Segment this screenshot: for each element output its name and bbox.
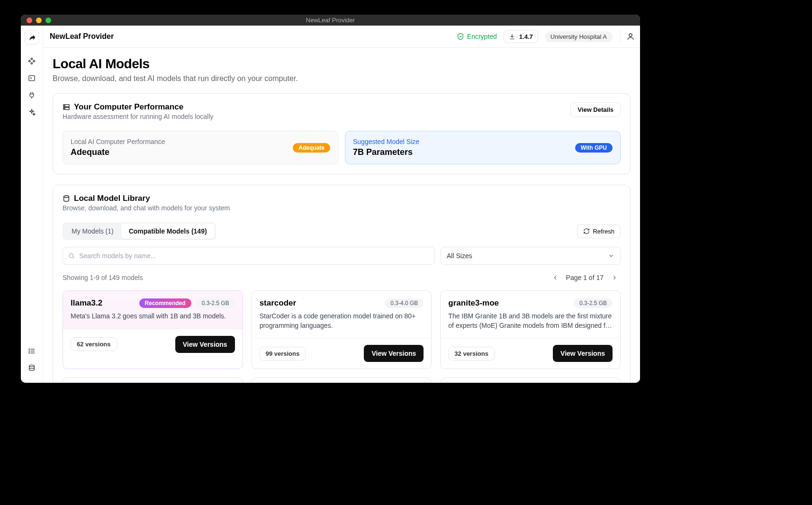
- version-text: 1.4.7: [519, 33, 533, 40]
- model-card: sailor20.5-10.0 GB: [440, 378, 621, 383]
- perf-rating-value: Adequate: [71, 147, 293, 157]
- download-icon: [509, 33, 515, 40]
- sidebar-item-grid[interactable]: [25, 54, 39, 68]
- model-card: granite3-moe0.3-2.5 GBThe IBM Granite 1B…: [440, 290, 621, 369]
- sidebar-item-terminal[interactable]: [25, 71, 39, 85]
- view-versions-button[interactable]: View Versions: [553, 345, 613, 362]
- svg-point-5: [29, 351, 29, 351]
- library-tabs: My Models (1) Compatible Models (149): [63, 222, 216, 240]
- model-card: falcon30.5-4.0 GB: [252, 378, 432, 383]
- perf-box-rating: Local AI Computer Performance Adequate A…: [63, 131, 338, 164]
- plug-icon: [28, 91, 36, 99]
- encrypted-label: Encrypted: [467, 33, 497, 40]
- model-name: starcoder: [260, 298, 296, 308]
- maximize-icon[interactable]: [45, 18, 51, 23]
- app-body: NewLeaf Provider Encrypted 1.4.7 Univers…: [21, 26, 640, 383]
- svg-point-8: [629, 34, 632, 36]
- app-logo[interactable]: [25, 30, 39, 45]
- library-subtitle: Browse, download, and chat with models f…: [63, 204, 621, 212]
- library-title: Local Model Library: [74, 194, 150, 203]
- database-icon: [28, 364, 36, 372]
- sidebar-item-database[interactable]: [25, 361, 39, 375]
- refresh-label: Refresh: [593, 228, 614, 235]
- library-card: Local Model Library Browse, download, an…: [53, 185, 631, 383]
- model-description: StarCoder is a code generation model tra…: [260, 312, 424, 330]
- size-filter-value: All Sizes: [447, 252, 472, 260]
- sidebar-item-sparkles[interactable]: [25, 105, 39, 119]
- minimize-icon[interactable]: [36, 18, 42, 23]
- window-controls: [27, 18, 51, 23]
- encrypted-indicator: Encrypted: [457, 33, 497, 40]
- recommended-badge: Recommended: [139, 298, 191, 308]
- app-title: NewLeaf Provider: [50, 32, 114, 41]
- perf-suggested-value: 7B Parameters: [353, 147, 575, 157]
- versions-chip: 32 versions: [448, 347, 495, 361]
- search-input[interactable]: [63, 247, 435, 265]
- pager-next[interactable]: [608, 271, 621, 284]
- chevron-right-icon: [611, 274, 618, 281]
- size-filter-select[interactable]: All Sizes: [441, 247, 621, 265]
- grid-icon: [28, 57, 36, 65]
- svg-point-4: [29, 349, 29, 349]
- version-chip[interactable]: 1.4.7: [504, 30, 538, 43]
- library-icon: [63, 195, 70, 202]
- chevron-left-icon: [552, 274, 559, 281]
- model-card: llama3.2Recommended0.3-2.5 GBMeta's Llam…: [63, 290, 243, 369]
- list-icon: [28, 347, 36, 355]
- model-card: granite3.1-moe0.3-2.5 GB: [63, 378, 243, 383]
- perf-subtitle: Hardware assessment for running AI model…: [63, 113, 570, 120]
- svg-line-15: [72, 257, 74, 258]
- svg-point-7: [29, 365, 35, 367]
- view-versions-button[interactable]: View Versions: [175, 336, 235, 353]
- topbar: NewLeaf Provider Encrypted 1.4.7 Univers…: [43, 26, 640, 48]
- sidebar-item-plug[interactable]: [25, 88, 39, 102]
- view-versions-button[interactable]: View Versions: [364, 345, 424, 362]
- chevron-down-icon: [608, 252, 614, 259]
- hospital-chip[interactable]: University Hospital A: [545, 31, 613, 42]
- svg-point-14: [69, 253, 73, 257]
- perf-gpu-pill: With GPU: [575, 143, 613, 153]
- svg-point-13: [64, 196, 69, 198]
- tab-my-models[interactable]: My Models (1): [64, 224, 121, 239]
- pager-prev[interactable]: [549, 271, 561, 284]
- model-size-badge: 0.3-4.0 GB: [385, 298, 424, 308]
- leaf-icon: [28, 34, 36, 41]
- perf-suggested-label: Suggested Model Size: [353, 138, 575, 145]
- sidebar: [21, 26, 43, 383]
- svg-point-12: [64, 108, 65, 108]
- terminal-icon: [28, 74, 36, 82]
- content-area: Local AI Models Browse, download, and te…: [43, 48, 640, 383]
- model-description: Meta's Llama 3.2 goes small with 1B and …: [71, 312, 235, 321]
- server-icon: [63, 103, 70, 111]
- titlebar: NewLeaf Provider: [21, 15, 640, 26]
- model-name: granite3-moe: [448, 298, 499, 308]
- model-size-badge: 0.3-2.5 GB: [196, 298, 235, 308]
- svg-point-11: [64, 105, 65, 106]
- shield-icon: [457, 33, 464, 40]
- sparkles-icon: [28, 108, 36, 116]
- perf-rating-label: Local AI Computer Performance: [71, 138, 293, 145]
- model-size-badge: 0.3-2.5 GB: [574, 298, 613, 308]
- svg-point-6: [29, 352, 29, 353]
- tab-compatible-models[interactable]: Compatible Models (149): [121, 224, 215, 239]
- search-icon: [68, 252, 75, 259]
- user-menu[interactable]: [620, 30, 633, 43]
- view-details-button[interactable]: View Details: [570, 102, 621, 117]
- versions-chip: 99 versions: [260, 347, 306, 361]
- refresh-button[interactable]: Refresh: [577, 225, 621, 238]
- perf-rating-pill: Adequate: [293, 143, 330, 153]
- app-window: NewLeaf Provider: [21, 15, 640, 383]
- user-icon: [626, 32, 635, 41]
- models-grid: llama3.2Recommended0.3-2.5 GBMeta's Llam…: [53, 284, 630, 383]
- perf-box-suggested: Suggested Model Size 7B Parameters With …: [345, 131, 621, 164]
- page-title: Local AI Models: [53, 56, 631, 72]
- perf-title: Your Computer Performance: [74, 102, 183, 112]
- model-name: llama3.2: [71, 298, 102, 308]
- sidebar-item-list[interactable]: [25, 344, 39, 358]
- model-description: The IBM Granite 1B and 3B models are the…: [448, 312, 613, 330]
- pager-text: Page 1 of 17: [566, 274, 604, 281]
- versions-chip: 62 versions: [71, 337, 117, 351]
- page-subtitle: Browse, download, and test AI models tha…: [53, 74, 631, 83]
- close-icon[interactable]: [27, 18, 32, 23]
- main-area: NewLeaf Provider Encrypted 1.4.7 Univers…: [43, 26, 640, 383]
